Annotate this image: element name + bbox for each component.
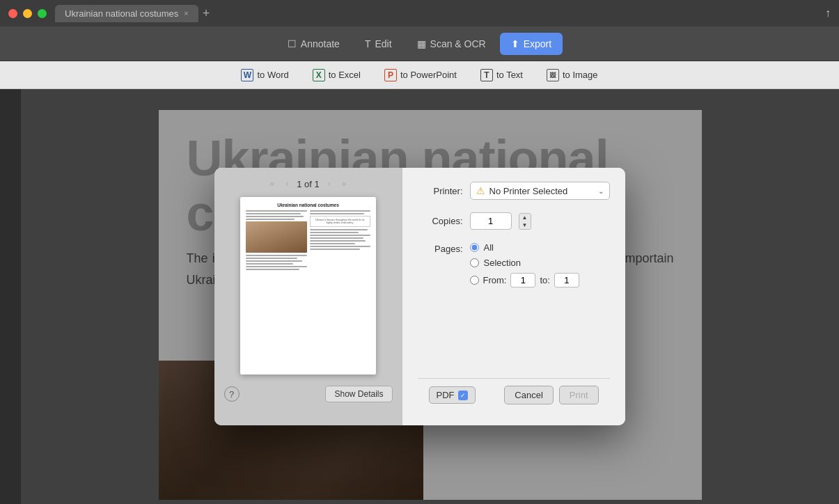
ppt-icon: P <box>384 69 397 81</box>
to-word-label: to Word <box>257 70 288 80</box>
text-icon: T <box>480 69 493 81</box>
pages-section: Pages: All Selection From: <box>418 242 610 288</box>
preview-footer: ? Show Details <box>224 381 393 402</box>
maximize-button[interactable] <box>38 9 47 18</box>
pages-options: All Selection From: to: <box>470 242 579 288</box>
pdf-check-icon: ✓ <box>458 391 468 400</box>
edit-icon: T <box>365 38 371 49</box>
pdf-button[interactable]: PDF ✓ <box>429 386 476 404</box>
from-to-radio[interactable] <box>470 276 479 285</box>
dialog-footer: PDF ✓ Cancel Print <box>418 378 610 411</box>
to-text-label: to Text <box>496 70 523 80</box>
cancel-button[interactable]: Cancel <box>504 386 553 404</box>
nav-next-button[interactable]: › <box>325 178 334 190</box>
copies-input[interactable] <box>470 212 512 230</box>
title-bar: Ukrainian national costumes × + ↑ <box>0 0 839 26</box>
to-image-label: to Image <box>563 70 598 80</box>
printer-value: No Printer Selected <box>489 186 568 196</box>
copies-increment[interactable]: ▲ <box>519 214 531 221</box>
window-controls <box>8 9 47 18</box>
to-powerpoint-button[interactable]: P to PowerPoint <box>375 65 466 85</box>
print-dialog: « ‹ 1 of 1 › » Ukrainian national costum… <box>214 168 625 425</box>
from-page-input[interactable] <box>510 273 535 288</box>
copies-row: Copies: ▲ ▼ <box>418 212 610 230</box>
copies-stepper: ▲ ▼ <box>519 213 531 230</box>
selection-row: Selection <box>470 258 579 268</box>
pdf-label: PDF <box>437 390 455 400</box>
export-label: Export <box>524 38 551 49</box>
tab-bar: Ukrainian national costumes × + <box>55 5 825 22</box>
annotate-icon: ☐ <box>288 38 297 49</box>
selection-label: Selection <box>484 258 521 268</box>
to-word-button[interactable]: W to Word <box>231 65 298 85</box>
show-details-button[interactable]: Show Details <box>325 386 392 402</box>
thumb-title: Ukrainian national costumes <box>246 203 370 207</box>
to-text-button[interactable]: T to Text <box>471 65 533 85</box>
print-dialog-overlay: « ‹ 1 of 1 › » Ukrainian national costum… <box>0 89 839 504</box>
copies-decrement[interactable]: ▼ <box>519 221 531 229</box>
preview-panel: « ‹ 1 of 1 › » Ukrainian national costum… <box>214 168 402 425</box>
nav-first-button[interactable]: « <box>267 178 278 190</box>
scan-ocr-label: Scan & OCR <box>430 38 486 49</box>
to-page-input[interactable] <box>554 273 579 288</box>
tab-title: Ukrainian national costumes <box>65 8 178 19</box>
minimize-button[interactable] <box>23 9 32 18</box>
print-button[interactable]: Print <box>559 386 599 404</box>
main-area: Ukrainian national costume The iconic em… <box>0 89 839 504</box>
excel-icon: X <box>313 69 325 81</box>
scan-ocr-icon: ▦ <box>417 38 426 49</box>
copies-label: Copies: <box>418 216 463 226</box>
preview-nav: « ‹ 1 of 1 › » <box>267 178 350 190</box>
scan-ocr-button[interactable]: ▦ Scan & OCR <box>406 33 497 55</box>
close-button[interactable] <box>8 9 17 18</box>
nav-last-button[interactable]: » <box>339 178 350 190</box>
image-export-icon: 🖼 <box>547 69 559 81</box>
nav-prev-button[interactable]: ‹ <box>283 178 291 190</box>
all-pages-row: All <box>470 242 579 253</box>
export-icon: ⬆ <box>511 38 519 49</box>
export-sub-toolbar: W to Word X to Excel P to PowerPoint T t… <box>0 61 839 89</box>
selection-radio[interactable] <box>470 258 479 267</box>
printer-dropdown-arrow: ⌄ <box>598 187 604 195</box>
printer-select[interactable]: ⚠ No Printer Selected ⌄ <box>470 182 610 200</box>
to-excel-label: to Excel <box>329 70 361 80</box>
to-powerpoint-label: to PowerPoint <box>400 70 457 80</box>
annotate-button[interactable]: ☐ Annotate <box>276 33 351 55</box>
settings-panel: Printer: ⚠ No Printer Selected ⌄ Copies:… <box>402 168 625 425</box>
printer-warning-icon: ⚠ <box>476 185 485 196</box>
all-pages-radio[interactable] <box>470 243 479 252</box>
preview-thumbnail: Ukrainian national costumes <box>240 197 376 375</box>
to-label: to: <box>540 275 549 285</box>
edit-button[interactable]: T Edit <box>354 33 403 55</box>
export-button[interactable]: ⬆ Export <box>500 33 563 55</box>
help-button[interactable]: ? <box>224 386 240 402</box>
edit-label: Edit <box>375 38 391 49</box>
from-to-row: From: to: <box>470 273 579 288</box>
printer-label: Printer: <box>418 186 463 196</box>
share-button[interactable]: ↑ <box>825 7 831 19</box>
to-image-button[interactable]: 🖼 to Image <box>537 65 608 85</box>
document-tab[interactable]: Ukrainian national costumes × <box>55 5 198 22</box>
annotate-label: Annotate <box>301 38 340 49</box>
tab-close-icon[interactable]: × <box>184 9 188 17</box>
word-icon: W <box>241 69 253 81</box>
thumb-image <box>246 221 307 253</box>
pages-label: Pages: <box>418 242 463 254</box>
from-label: From: <box>483 275 507 285</box>
add-tab-button[interactable]: + <box>203 6 210 21</box>
page-indicator: 1 of 1 <box>297 179 320 189</box>
printer-row: Printer: ⚠ No Printer Selected ⌄ <box>418 182 610 200</box>
thumb-quote: Ukraine is famous throughout the world f… <box>315 219 364 224</box>
to-excel-button[interactable]: X to Excel <box>303 65 370 85</box>
footer-actions: Cancel Print <box>504 386 598 404</box>
main-toolbar: ☐ Annotate T Edit ▦ Scan & OCR ⬆ Export <box>0 26 839 61</box>
all-pages-label: All <box>484 242 494 253</box>
